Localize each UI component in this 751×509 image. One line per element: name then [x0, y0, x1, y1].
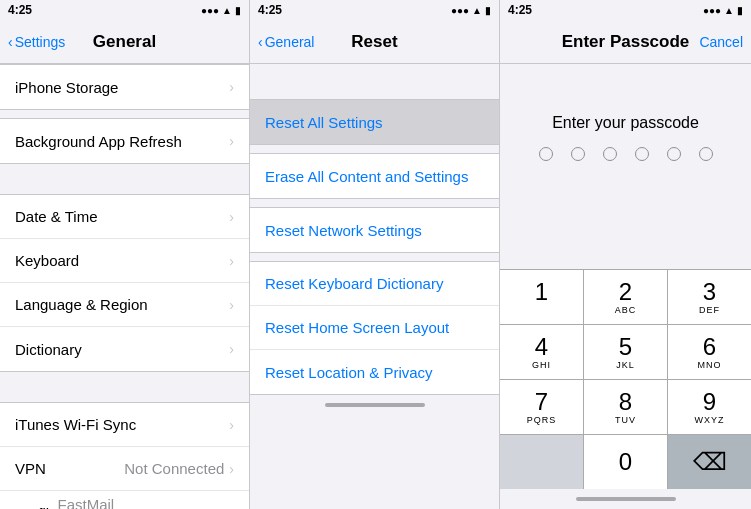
gap-3	[0, 372, 249, 402]
numpad-row-1: 1 2 ABC 3 DEF	[500, 270, 751, 325]
status-icons-1: ●●● ▲ ▮	[201, 5, 241, 16]
general-settings-list: iPhone Storage › Background App Refresh …	[0, 64, 249, 509]
cancel-button[interactable]: Cancel	[699, 34, 743, 50]
background-refresh-item[interactable]: Background App Refresh ›	[0, 119, 249, 163]
key-3[interactable]: 3 DEF	[668, 270, 751, 324]
passcode-dot-3	[603, 147, 617, 161]
backspace-icon: ⌫	[693, 450, 727, 474]
key-6[interactable]: 6 MNO	[668, 325, 751, 379]
other-reset-group: Reset Keyboard Dictionary Reset Home Scr…	[250, 261, 499, 395]
back-chevron-icon: ‹	[8, 34, 13, 50]
language-region-item[interactable]: Language & Region ›	[0, 283, 249, 327]
reset-all-item[interactable]: Reset All Settings	[250, 100, 499, 144]
chevron-icon: ›	[229, 417, 234, 433]
chevron-icon: ›	[229, 297, 234, 313]
passcode-dot-4	[635, 147, 649, 161]
signal-icon: ●●●	[451, 5, 469, 16]
reset-gap-3	[250, 199, 499, 207]
reset-keyboard-item[interactable]: Reset Keyboard Dictionary	[250, 262, 499, 306]
dictionary-item[interactable]: Dictionary ›	[0, 327, 249, 371]
key-empty	[500, 435, 584, 489]
storage-group: iPhone Storage ›	[0, 64, 249, 110]
reset-title: Reset	[351, 32, 397, 52]
reset-gap-1	[250, 64, 499, 99]
keyboard-item[interactable]: Keyboard ›	[0, 239, 249, 283]
key-4[interactable]: 4 GHI	[500, 325, 584, 379]
signal-icon: ●●●	[703, 5, 721, 16]
network-group: Reset Network Settings	[250, 207, 499, 253]
numpad-row-2: 4 GHI 5 JKL 6 MNO	[500, 325, 751, 380]
back-label: Settings	[15, 34, 66, 50]
reset-home-item[interactable]: Reset Home Screen Layout	[250, 306, 499, 350]
time-3: 4:25	[508, 3, 532, 17]
status-icons-3: ●●● ▲ ▮	[703, 5, 743, 16]
passcode-nav-bar: Enter Passcode Cancel	[500, 20, 751, 64]
passcode-panel: 4:25 ●●● ▲ ▮ Enter Passcode Cancel Enter…	[500, 0, 751, 509]
chevron-icon: ›	[229, 461, 234, 477]
general-settings-panel: 4:25 ●●● ▲ ▮ ‹ Settings General iPhone S…	[0, 0, 250, 509]
key-9[interactable]: 9 WXYZ	[668, 380, 751, 434]
battery-icon: ▮	[737, 5, 743, 16]
home-bar-2	[325, 403, 425, 407]
wifi-icon: ▲	[222, 5, 232, 16]
refresh-group: Background App Refresh ›	[0, 118, 249, 164]
passcode-dot-5	[667, 147, 681, 161]
status-icons-2: ●●● ▲ ▮	[451, 5, 491, 16]
reset-nav-bar: ‹ General Reset	[250, 20, 499, 64]
vpn-item[interactable]: VPN Not Connected ›	[0, 447, 249, 491]
home-indicator-2	[250, 395, 499, 415]
numpad-row-3: 7 PQRS 8 TUV 9 WXYZ	[500, 380, 751, 435]
passcode-dots	[515, 147, 736, 161]
key-0[interactable]: 0	[584, 435, 668, 489]
passcode-dot-2	[571, 147, 585, 161]
wifi-icon: ▲	[472, 5, 482, 16]
reset-settings-list: Reset All Settings Erase All Content and…	[250, 64, 499, 509]
erase-group: Erase All Content and Settings	[250, 153, 499, 199]
general-title: General	[93, 32, 156, 52]
status-bar-1: 4:25 ●●● ▲ ▮	[0, 0, 249, 20]
numpad-row-4: 0 ⌫	[500, 435, 751, 489]
signal-icon: ●●●	[201, 5, 219, 16]
home-indicator-3	[500, 489, 751, 509]
settings-group-2: iTunes Wi-Fi Sync › VPN Not Connected › …	[0, 402, 249, 509]
reset-all-group: Reset All Settings	[250, 99, 499, 145]
chevron-icon: ›	[229, 133, 234, 149]
battery-icon: ▮	[235, 5, 241, 16]
reset-gap-2	[250, 145, 499, 153]
reset-location-item[interactable]: Reset Location & Privacy	[250, 350, 499, 394]
status-bar-3: 4:25 ●●● ▲ ▮	[500, 0, 751, 20]
key-7[interactable]: 7 PQRS	[500, 380, 584, 434]
wifi-icon: ▲	[724, 5, 734, 16]
settings-back-button[interactable]: ‹ Settings	[8, 34, 65, 50]
home-bar-3	[576, 497, 676, 501]
numpad: 1 2 ABC 3 DEF 4 GHI 5 JKL 6 MN	[500, 269, 751, 489]
battery-icon: ▮	[485, 5, 491, 16]
chevron-icon: ›	[229, 341, 234, 357]
general-nav-bar: ‹ Settings General	[0, 20, 249, 64]
key-delete[interactable]: ⌫	[668, 435, 751, 489]
reset-network-item[interactable]: Reset Network Settings	[250, 208, 499, 252]
gap-1	[0, 110, 249, 118]
back-label: General	[265, 34, 315, 50]
profile-item[interactable]: Profile FastMail (kris@wouk.me) ›	[0, 491, 249, 509]
passcode-dot-6	[699, 147, 713, 161]
date-time-item[interactable]: Date & Time ›	[0, 195, 249, 239]
chevron-icon: ›	[229, 209, 234, 225]
key-2[interactable]: 2 ABC	[584, 270, 668, 324]
time-1: 4:25	[8, 3, 32, 17]
general-back-button[interactable]: ‹ General	[258, 34, 314, 50]
gap-2	[0, 164, 249, 194]
key-8[interactable]: 8 TUV	[584, 380, 668, 434]
key-1[interactable]: 1	[500, 270, 584, 324]
iphone-storage-item[interactable]: iPhone Storage ›	[0, 65, 249, 109]
itunes-wifi-item[interactable]: iTunes Wi-Fi Sync ›	[0, 403, 249, 447]
passcode-dot-1	[539, 147, 553, 161]
time-2: 4:25	[258, 3, 282, 17]
back-chevron-icon: ‹	[258, 34, 263, 50]
status-bar-2: 4:25 ●●● ▲ ▮	[250, 0, 499, 20]
erase-all-item[interactable]: Erase All Content and Settings	[250, 154, 499, 198]
reset-gap-4	[250, 253, 499, 261]
passcode-title: Enter Passcode	[562, 32, 690, 52]
key-5[interactable]: 5 JKL	[584, 325, 668, 379]
chevron-icon: ›	[229, 79, 234, 95]
